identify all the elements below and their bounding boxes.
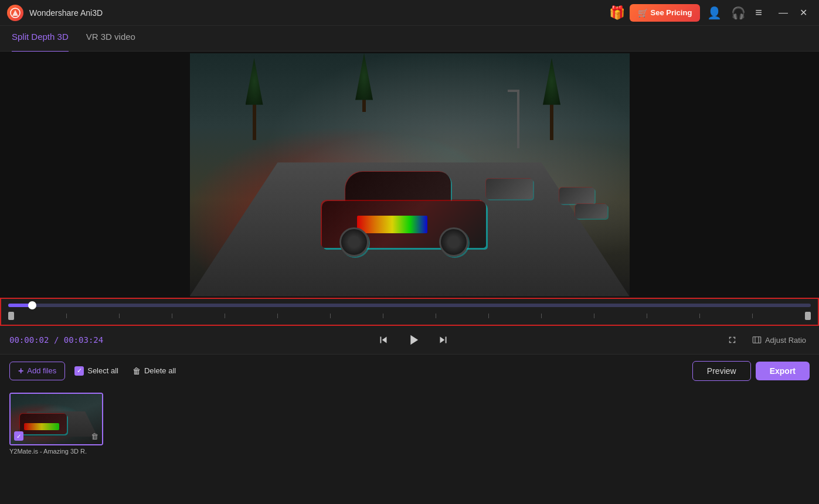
scrubber-right-handle[interactable] xyxy=(805,312,811,320)
adjust-ratio-label: Adjust Ratio xyxy=(765,336,806,345)
thumbnail-image: ✓ 🗑 xyxy=(9,393,103,445)
export-button[interactable]: Export xyxy=(756,362,810,380)
scrubber-tick xyxy=(172,314,172,318)
scrubber-tick xyxy=(488,314,489,318)
time-separator: / xyxy=(54,335,64,345)
car-wheel-left xyxy=(339,227,369,257)
tab-split-depth-3d[interactable]: Split Depth 3D xyxy=(12,25,69,52)
select-all-label: Select all xyxy=(87,366,118,375)
thumbnail-item[interactable]: ✓ 🗑 Y2Mate.is - Amazing 3D R. xyxy=(9,393,103,455)
fullscreen-icon xyxy=(727,335,738,345)
thumbnail-delete-button[interactable]: 🗑 xyxy=(91,432,98,441)
thumb-stripe xyxy=(24,423,59,430)
see-pricing-button[interactable]: 🛒 See Pricing xyxy=(630,4,701,22)
delete-all-button[interactable]: 🗑 Delete all xyxy=(128,363,181,379)
scrubber-tick xyxy=(594,314,594,318)
app-title: Wondershare Ani3D xyxy=(29,8,603,18)
scrubber-tick xyxy=(225,314,225,318)
thumbnail-scene xyxy=(11,394,102,444)
minimize-button[interactable]: — xyxy=(774,6,793,20)
title-bar: Wondershare Ani3D 🎁 🛒 See Pricing 👤 🎧 ≡ … xyxy=(0,0,819,26)
skip-forward-icon xyxy=(437,333,450,346)
file-list-bar: + Add files ✓ Select all 🗑 Delete all Pr… xyxy=(0,354,819,387)
tree-left xyxy=(243,58,266,140)
window-controls: — ✕ xyxy=(774,6,812,20)
svg-marker-1 xyxy=(12,10,18,16)
video-frame xyxy=(190,53,630,297)
scrubber-tick xyxy=(119,314,120,318)
light-pole xyxy=(517,90,519,148)
scrubber-track[interactable] xyxy=(8,304,811,307)
svg-rect-2 xyxy=(753,337,761,343)
adjust-ratio-button[interactable]: Adjust Ratio xyxy=(748,332,810,348)
add-files-button[interactable]: + Add files xyxy=(9,362,65,380)
scrubber-tick xyxy=(699,314,700,318)
video-container xyxy=(0,52,819,298)
scrubber-markers xyxy=(8,312,811,320)
support-button[interactable]: 🎧 xyxy=(729,4,748,22)
thumbnails-area: ✓ 🗑 Y2Mate.is - Amazing 3D R. xyxy=(0,387,819,461)
scrubber-tick xyxy=(66,314,67,318)
total-time: 00:03:24 xyxy=(64,335,103,345)
scrubber-tick xyxy=(541,314,542,318)
skip-back-button[interactable] xyxy=(375,331,392,349)
tree-middle xyxy=(357,53,372,112)
transport-bar: 00:00:02 / 00:03:24 xyxy=(0,326,819,354)
current-time: 00:00:02 xyxy=(9,335,49,345)
scrubber-tick xyxy=(436,314,436,318)
preview-button[interactable]: Preview xyxy=(692,361,751,381)
title-bar-actions: 🎁 🛒 See Pricing 👤 🎧 ≡ — ✕ xyxy=(609,4,812,22)
scrubber-thumb[interactable] xyxy=(28,301,36,309)
tab-vr-3d-video[interactable]: VR 3D video xyxy=(86,25,135,52)
time-display: 00:00:02 / 00:03:24 xyxy=(9,335,103,345)
menu-button[interactable]: ≡ xyxy=(753,4,764,22)
car-stripe xyxy=(357,216,427,233)
tree-right xyxy=(540,58,563,140)
scrubber-tick xyxy=(383,314,383,318)
right-controls: Adjust Ratio xyxy=(723,332,810,348)
car-wheel-right xyxy=(439,227,468,257)
see-pricing-label: See Pricing xyxy=(651,8,692,17)
close-button[interactable]: ✕ xyxy=(795,6,812,20)
bg-car-1 xyxy=(486,179,533,199)
delete-icon: 🗑 xyxy=(132,366,141,376)
scrubber-tick xyxy=(330,314,331,318)
scrubber-tick xyxy=(277,314,278,318)
bg-car-3 xyxy=(575,204,607,219)
scrubber-left-handle[interactable] xyxy=(8,312,14,320)
thumbnail-label: Y2Mate.is - Amazing 3D R. xyxy=(9,448,103,455)
play-icon xyxy=(405,332,422,348)
scrubber-container xyxy=(0,298,819,326)
scrubber-tick xyxy=(752,314,753,318)
scrubber-tick xyxy=(647,314,647,318)
adjust-ratio-icon xyxy=(752,335,762,345)
gift-icon-button[interactable]: 🎁 xyxy=(609,5,625,21)
bg-car-2 xyxy=(559,188,594,204)
preview-label: Preview xyxy=(707,366,736,376)
play-button[interactable] xyxy=(403,329,424,350)
user-account-button[interactable]: 👤 xyxy=(705,4,724,22)
add-files-label: Add files xyxy=(27,366,56,375)
cart-icon: 🛒 xyxy=(638,8,648,18)
add-icon: + xyxy=(18,366,23,376)
transport-controls xyxy=(103,329,723,350)
select-all-button[interactable]: ✓ Select all xyxy=(70,363,123,379)
select-all-checkbox-icon: ✓ xyxy=(74,366,84,376)
skip-back-icon xyxy=(377,333,390,346)
export-label: Export xyxy=(770,366,796,376)
main-car xyxy=(322,172,486,248)
thumbnail-checkbox[interactable]: ✓ xyxy=(14,431,23,441)
tabs-bar: Split Depth 3D VR 3D video xyxy=(0,26,819,52)
video-canvas xyxy=(190,53,630,297)
skip-forward-button[interactable] xyxy=(434,331,452,349)
delete-all-label: Delete all xyxy=(144,366,176,375)
app-logo-icon xyxy=(7,5,23,21)
fullscreen-button[interactable] xyxy=(723,332,741,348)
